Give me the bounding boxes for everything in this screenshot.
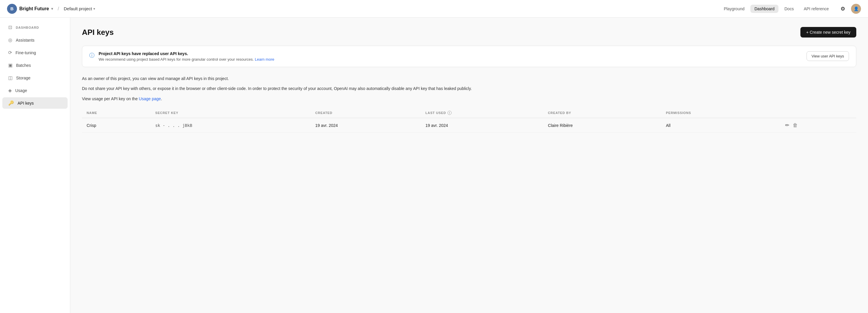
info-description: We recommend using project based API key… (99, 57, 274, 61)
page-title: API keys (82, 28, 114, 37)
table-header: NAME SECRET KEY CREATED LAST USED i CREA… (82, 108, 856, 118)
info-icon: ⓘ (89, 52, 95, 59)
row-permissions: All (661, 118, 780, 133)
row-created: 19 avr. 2024 (310, 118, 421, 133)
breadcrumb-separator: / (58, 6, 59, 11)
sidebar-item-storage[interactable]: ◫ Storage (2, 72, 68, 84)
edit-key-icon[interactable]: ✏ (785, 122, 789, 129)
usage-icon: ◈ (8, 88, 12, 93)
nav-link-docs[interactable]: Docs (780, 5, 798, 13)
nav-icons: ⚙ 👤 (838, 3, 861, 14)
nav-links: Playground Dashboard Docs API reference (720, 5, 833, 13)
page-header: API keys + Create new secret key (82, 27, 856, 37)
learn-more-link[interactable]: Learn more (255, 57, 274, 61)
create-secret-key-button[interactable]: + Create new secret key (800, 27, 856, 37)
row-secret-key: sk - . . . jBkB (150, 118, 310, 133)
description-line3: View usage per API key on the Usage page… (82, 95, 856, 102)
row-created-by: Claire Ribière (543, 118, 661, 133)
col-permissions: PERMISSIONS (661, 108, 780, 118)
api-keys-icon: 🔑 (8, 100, 14, 106)
row-name: Crisp (82, 118, 150, 133)
info-banner: ⓘ Project API keys have replaced user AP… (82, 46, 856, 67)
batches-icon: ▣ (8, 62, 12, 68)
sidebar-api-keys-label: API keys (18, 101, 34, 106)
assistants-icon: ◎ (8, 37, 12, 43)
description-line2: Do not share your API key with others, o… (82, 85, 856, 92)
brand-area[interactable]: B Bright Future ▾ (7, 4, 53, 14)
sidebar-item-fine-tuning[interactable]: ⟳ Fine-tuning (2, 47, 68, 58)
sidebar-item-batches[interactable]: ▣ Batches (2, 59, 68, 71)
brand-avatar: B (7, 4, 17, 14)
sidebar-batches-label: Batches (16, 63, 31, 68)
sidebar-assistants-label: Assistants (16, 38, 34, 42)
delete-key-icon[interactable]: 🗑 (793, 122, 798, 129)
settings-button[interactable]: ⚙ (838, 3, 848, 14)
project-selector[interactable]: Default project ▾ (64, 6, 95, 11)
sidebar-item-api-keys[interactable]: 🔑 API keys (2, 97, 68, 109)
description-line1: As an owner of this project, you can vie… (82, 75, 856, 82)
row-actions: ✏ 🗑 (780, 118, 856, 133)
sidebar-item-dashboard[interactable]: ⊡ DASHBOARD (2, 22, 68, 33)
sidebar-dashboard-label: DASHBOARD (16, 26, 39, 29)
brand-chevron-icon: ▾ (51, 7, 53, 11)
table-body: Crisp sk - . . . jBkB 19 avr. 2024 19 av… (82, 118, 856, 133)
main-content: API keys + Create new secret key ⓘ Proje… (70, 18, 868, 313)
nav-link-playground[interactable]: Playground (720, 5, 749, 13)
brand-name: Bright Future (19, 6, 49, 11)
sidebar-storage-label: Storage (16, 76, 30, 80)
view-user-api-keys-button[interactable]: View user API keys (807, 51, 849, 61)
action-icons: ✏ 🗑 (785, 122, 851, 129)
sidebar-item-usage[interactable]: ◈ Usage (2, 85, 68, 96)
storage-icon: ◫ (8, 75, 12, 81)
col-created: CREATED (310, 108, 421, 118)
sidebar: ⊡ DASHBOARD ◎ Assistants ⟳ Fine-tuning ▣… (0, 18, 70, 313)
col-name: NAME (82, 108, 150, 118)
col-created-by: CREATED BY (543, 108, 661, 118)
last-used-info-icon[interactable]: i (447, 111, 452, 115)
usage-page-link[interactable]: Usage page (139, 96, 161, 101)
col-actions (780, 108, 856, 118)
fine-tuning-icon: ⟳ (8, 50, 12, 55)
api-keys-table: NAME SECRET KEY CREATED LAST USED i CREA… (82, 108, 856, 133)
nav-link-dashboard[interactable]: Dashboard (750, 5, 779, 13)
nav-link-api-reference[interactable]: API reference (800, 5, 833, 13)
info-title: Project API keys have replaced user API … (99, 51, 274, 56)
top-navigation: B Bright Future ▾ / Default project ▾ Pl… (0, 0, 868, 18)
row-last-used: 19 avr. 2024 (421, 118, 544, 133)
col-last-used: LAST USED i (421, 108, 544, 118)
sidebar-usage-label: Usage (15, 88, 27, 93)
project-name: Default project (64, 6, 92, 11)
col-secret-key: SECRET KEY (150, 108, 310, 118)
user-avatar[interactable]: 👤 (851, 4, 861, 14)
dashboard-icon: ⊡ (8, 25, 12, 30)
sidebar-fine-tuning-label: Fine-tuning (16, 50, 36, 55)
info-banner-content: ⓘ Project API keys have replaced user AP… (89, 51, 274, 61)
sidebar-item-assistants[interactable]: ◎ Assistants (2, 34, 68, 46)
project-chevron-icon: ▾ (93, 7, 95, 11)
info-text-block: Project API keys have replaced user API … (99, 51, 274, 61)
table-row: Crisp sk - . . . jBkB 19 avr. 2024 19 av… (82, 118, 856, 133)
